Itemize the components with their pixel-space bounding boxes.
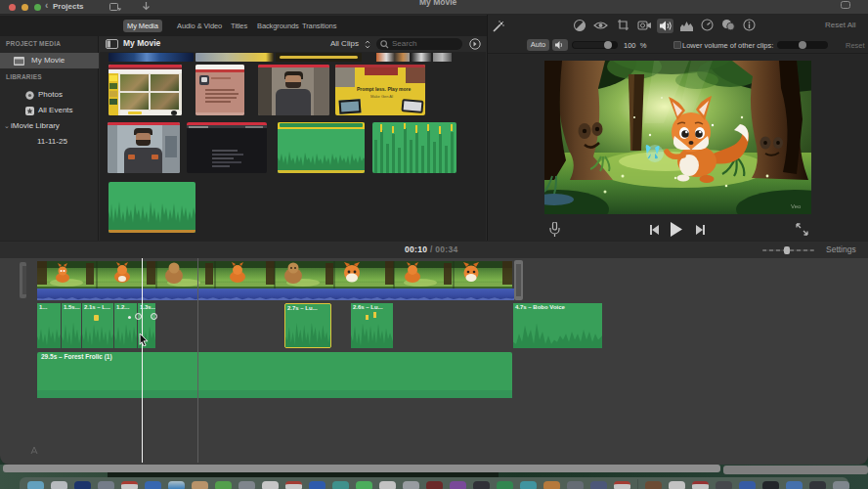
svg-text:Veo: Veo — [791, 203, 802, 209]
